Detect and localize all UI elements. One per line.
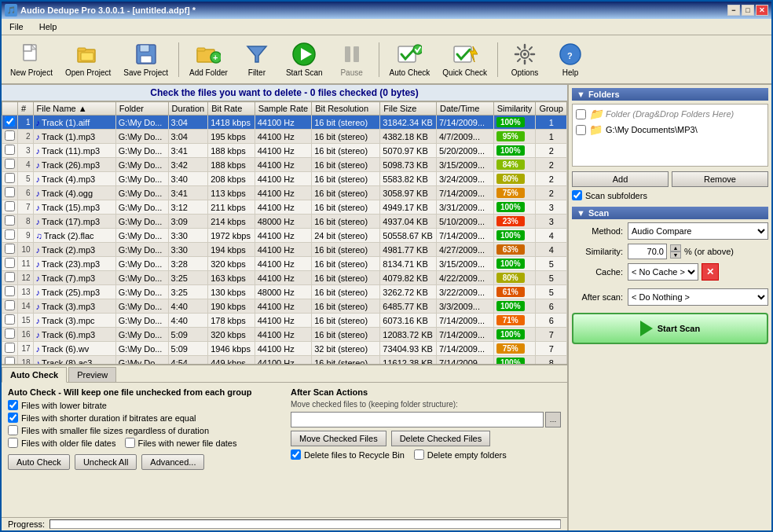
browse-button[interactable]: … [545,412,561,427]
checkbox-delete-recycle[interactable] [291,449,301,460]
move-checked-files-btn[interactable]: Move Checked Files [291,431,386,446]
cell-checkbox[interactable] [2,356,18,365]
cell-checkbox[interactable] [2,186,18,200]
folders-header[interactable]: ▼ Folders [572,88,768,101]
row-checkbox[interactable] [5,286,15,296]
open-project-button[interactable]: Open Project [61,39,115,80]
cell-checkbox[interactable] [2,314,18,328]
similarity-input[interactable] [628,244,667,259]
folder-checkbox-1[interactable] [576,125,586,135]
cell-checkbox[interactable] [2,299,18,314]
row-checkbox[interactable] [5,173,15,183]
maximize-button[interactable]: □ [742,5,754,16]
table-row[interactable]: 10 ♪Track (2).mp3 G:\My Do... 3:30 194 k… [2,243,567,257]
row-checkbox[interactable] [5,328,15,339]
minimize-button[interactable]: − [727,5,740,16]
scan-subfolders-checkbox[interactable] [572,190,582,200]
row-checkbox[interactable] [5,343,15,353]
cell-checkbox[interactable] [2,116,18,130]
add-folder-button[interactable]: + Add Folder [185,39,232,80]
file-table-container[interactable]: # File Name ▲ Folder Duration Bit Rate S… [2,101,567,364]
sim-spin-down[interactable]: ▼ [670,251,681,259]
table-row[interactable]: 18 ♪Track (8).ac3 G:\My Do... 4:54 449 k… [2,356,567,365]
table-row[interactable]: 9 ♫Track (2).flac G:\My Do... 3:30 1972 … [2,229,567,243]
table-row[interactable]: 3 ♪Track (11).mp3 G:\My Do... 3:41 188 k… [2,144,567,158]
tab-auto-check[interactable]: Auto Check [2,367,67,383]
method-select[interactable]: Audio Compare [628,222,768,240]
row-checkbox[interactable] [5,201,15,211]
cell-checkbox[interactable] [2,342,18,356]
col-duration[interactable]: Duration [168,102,208,116]
cell-checkbox[interactable] [2,158,18,172]
row-checkbox[interactable] [5,215,15,226]
table-row[interactable]: 2 ♪Track (1).mp3 G:\My Do... 3:04 195 kb… [2,130,567,144]
table-row[interactable]: 4 ♪Track (26).mp3 G:\My Do... 3:42 188 k… [2,158,567,172]
col-filesize[interactable]: File Size [380,102,437,116]
cell-checkbox[interactable] [2,215,18,229]
cache-clear-btn[interactable]: ✕ [702,263,719,281]
folder-drop-target[interactable]: 📁 Folder (Drag&Drop Folders Here) [574,106,766,122]
sim-spin-up[interactable]: ▲ [670,244,681,251]
checkbox-shorter-duration[interactable] [8,413,18,423]
row-checkbox[interactable] [5,159,15,169]
cell-checkbox[interactable] [2,130,18,144]
table-row[interactable]: 11 ♪Track (23).mp3 G:\My Do... 3:28 320 … [2,257,567,271]
table-row[interactable]: 6 ♪Track (4).ogg G:\My Do... 3:41 113 kb… [2,186,567,200]
checkbox-lower-bitrate[interactable] [8,400,18,410]
row-checkbox[interactable] [5,300,15,310]
table-row[interactable]: 13 ♪Track (25).mp3 G:\My Do... 3:25 130 … [2,285,567,299]
start-scan-panel-btn[interactable]: Start Scan [572,313,768,344]
cache-select[interactable]: < No Cache > [628,263,698,281]
auto-check-button[interactable]: Auto Check [386,39,434,80]
new-project-button[interactable]: New Project [6,39,57,80]
col-group[interactable]: Group [536,102,567,116]
row-checkbox[interactable] [5,229,15,240]
tab-preview[interactable]: Preview [68,367,116,382]
col-num[interactable]: # [18,102,34,116]
row-checkbox[interactable] [5,130,15,141]
quick-check-button[interactable]: Quick Check [438,39,491,80]
checkbox-delete-empty[interactable] [414,449,424,460]
row-checkbox[interactable] [5,187,15,197]
uncheck-all-btn[interactable]: Uncheck All [75,454,137,470]
start-scan-toolbar-button[interactable]: Start Scan [282,39,327,80]
col-checkbox[interactable] [2,102,18,116]
folder-item-1[interactable]: 📁 G:\My Documents\MP3\ [574,122,766,138]
col-bitrate[interactable]: Bit Rate [208,102,255,116]
cell-checkbox[interactable] [2,172,18,186]
cell-checkbox[interactable] [2,271,18,285]
row-checkbox[interactable] [5,145,15,155]
cell-checkbox[interactable] [2,243,18,257]
col-filename[interactable]: File Name ▲ [33,102,115,116]
col-datetime[interactable]: Date/Time [436,102,493,116]
table-row[interactable]: 7 ♪Track (15).mp3 G:\My Do... 3:12 211 k… [2,200,567,215]
move-path-input[interactable] [291,412,544,427]
pause-button[interactable]: Pause [332,39,372,80]
help-button[interactable]: ? Help [550,39,591,80]
table-row[interactable]: 17 ♪Track (6).wv G:\My Do... 5:09 1946 k… [2,342,567,356]
col-samplerate[interactable]: Sample Rate [255,102,312,116]
folder-checkbox-0[interactable] [576,109,586,119]
cell-checkbox[interactable] [2,328,18,342]
table-row[interactable]: 14 ♪Track (3).mp3 G:\My Do... 4:40 190 k… [2,299,567,314]
table-row[interactable]: 1 ♪Track (1).aiff G:\My Do... 3:04 1418 … [2,116,567,130]
checkbox-smaller-size[interactable] [8,425,18,435]
table-row[interactable]: 5 ♪Track (4).mp3 G:\My Do... 3:40 208 kb… [2,172,567,186]
table-row[interactable]: 15 ♪Track (3).mpc G:\My Do... 4:40 178 k… [2,314,567,328]
checkbox-newer-dates[interactable] [125,438,135,448]
close-button[interactable]: ✕ [756,5,768,16]
remove-folder-btn[interactable]: Remove [672,171,768,187]
advanced-btn[interactable]: Advanced... [141,454,204,470]
after-scan-select[interactable]: < Do Nothing > [628,288,768,306]
row-checkbox[interactable] [5,357,15,364]
auto-check-btn[interactable]: Auto Check [8,454,70,470]
checkbox-older-dates[interactable] [8,438,18,448]
row-checkbox[interactable] [5,116,15,127]
table-row[interactable]: 8 ♪Track (17).mp3 G:\My Do... 3:09 214 k… [2,215,567,229]
row-checkbox[interactable] [5,314,15,325]
delete-checked-files-btn[interactable]: Delete Checked Files [391,431,491,446]
menu-help[interactable]: Help [35,20,62,33]
table-row[interactable]: 16 ♪Track (6).mp3 G:\My Do... 5:09 320 k… [2,328,567,342]
filter-button[interactable]: Filter [236,39,277,80]
add-folder-panel-btn[interactable]: Add [572,171,669,187]
